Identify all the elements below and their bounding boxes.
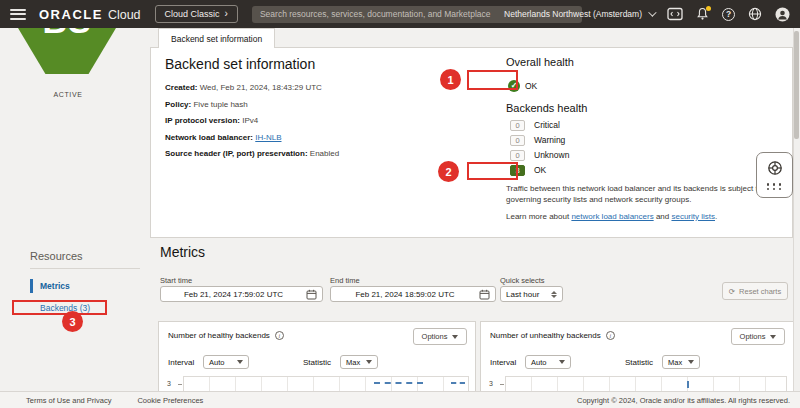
chevron-down-icon: [648, 8, 656, 16]
statistic-value: Max: [346, 358, 361, 367]
brand-cloud: Cloud: [108, 8, 141, 22]
tab-backend-set-information[interactable]: Backend set information: [158, 28, 275, 48]
info-icon[interactable]: i: [275, 331, 284, 340]
field-created-value: Wed, Feb 21, 2024, 18:43:29 UTC: [200, 83, 322, 92]
cloud-classic-button[interactable]: Cloud Classic ›: [155, 5, 238, 23]
interval-dropdown[interactable]: Auto: [525, 355, 571, 369]
backend-set-avatar-hexagon: BS: [18, 28, 116, 74]
y-axis-tick-mark: [500, 384, 504, 385]
cloud-shell-icon[interactable]: [667, 7, 683, 21]
health-row-critical: 0 Critical: [510, 120, 800, 131]
healthy-chart-title-row: Number of healthy backends i: [168, 331, 284, 340]
caret-down-icon: [452, 335, 458, 339]
resources-heading: Resources: [30, 250, 83, 262]
warning-label: Warning: [534, 135, 565, 145]
caret-down-icon: [688, 360, 694, 364]
unhealthy-backends-chart-card: Number of unhealthy backends i Options I…: [480, 321, 794, 401]
drag-handle-dots[interactable]: [767, 183, 783, 190]
info-glyph: i: [609, 333, 611, 339]
caret-down-icon: [237, 360, 243, 364]
healthy-chart-title: Number of healthy backends: [168, 331, 270, 340]
nlb-link[interactable]: IH-NLB: [255, 133, 281, 142]
region-selector[interactable]: Netherlands Northwest (Amsterdam): [504, 9, 654, 19]
learn-prefix: Learn more about: [506, 212, 571, 221]
field-created-label: Created:: [165, 83, 197, 92]
field-policy: Policy: Five tuple hash: [165, 100, 485, 109]
statistic-value: Max: [668, 358, 683, 367]
caret-down-icon: [770, 335, 776, 339]
critical-count: 0: [510, 120, 525, 131]
reset-charts-button[interactable]: ⟳ Reset charts: [722, 282, 788, 300]
resources-divider: [30, 268, 140, 269]
statistic-label: Statistic: [303, 358, 331, 367]
start-time-input[interactable]: Feb 21, 2024 17:59:02 UTC: [160, 286, 323, 302]
statistic-dropdown[interactable]: Max: [340, 355, 378, 369]
calendar-icon[interactable]: [479, 289, 490, 300]
quick-selects-label: Quick selects: [500, 276, 545, 285]
help-glyph: ?: [726, 9, 731, 19]
info-icon[interactable]: i: [606, 331, 615, 340]
language-globe-icon[interactable]: [748, 7, 762, 21]
end-time-label: End time: [330, 276, 360, 285]
annotation-rect-backends-ok: [467, 162, 518, 180]
learn-mid: and: [654, 212, 672, 221]
ok-label: OK: [534, 165, 546, 175]
interval-label: Interval: [168, 358, 194, 367]
interval-dropdown[interactable]: Auto: [203, 355, 249, 369]
cookie-preferences-link[interactable]: Cookie Preferences: [137, 396, 203, 405]
caret-down-icon: [366, 360, 372, 364]
calendar-icon[interactable]: [306, 289, 317, 300]
avatar-initials: BS: [18, 28, 116, 41]
y-axis-tick-mark: [178, 384, 182, 385]
field-created: Created: Wed, Feb 21, 2024, 18:43:29 UTC: [165, 83, 485, 92]
user-avatar[interactable]: [775, 7, 790, 22]
annotation-rect-backends-link: [12, 300, 107, 315]
field-nlb: Network load balancer: IH-NLB: [165, 133, 485, 142]
network-load-balancers-link[interactable]: network load balancers: [571, 212, 653, 221]
warning-count: 0: [510, 135, 525, 146]
learn-more-line: Learn more about network load balancers …: [506, 212, 800, 221]
floating-help-widget: [756, 152, 793, 198]
quick-selects-value: Last hour: [506, 290, 551, 299]
start-time-label: Start time: [160, 276, 192, 285]
annotation-circle-2: 2: [438, 161, 459, 182]
unhealthy-chart-options-button[interactable]: Options: [731, 328, 785, 345]
unhealthy-chart-title: Number of unhealthy backends: [490, 331, 601, 340]
footer-bar: Terms of Use and Privacy Cookie Preferen…: [0, 391, 800, 408]
sidebar-item-metrics-label: Metrics: [40, 281, 70, 291]
end-time-value: Feb 21, 2024 18:59:02 UTC: [331, 290, 479, 299]
caret-down-icon: [559, 360, 565, 364]
oracle-cloud-console: ORACLE Cloud Cloud Classic › Netherlands…: [0, 0, 800, 408]
quick-selects-dropdown[interactable]: Last hour: [500, 286, 563, 302]
notifications-bell-icon[interactable]: [696, 7, 709, 21]
healthy-series-segment: [451, 382, 465, 384]
critical-label: Critical: [534, 120, 560, 130]
hamburger-menu-icon[interactable]: [10, 9, 26, 20]
vertical-scrollbar-thumb[interactable]: [794, 31, 799, 139]
healthy-chart-options-button[interactable]: Options: [413, 328, 467, 345]
annotation-circle-1: 1: [440, 69, 461, 90]
overall-health-status: OK: [525, 81, 537, 91]
oracle-cloud-logo[interactable]: ORACLE Cloud: [39, 7, 141, 22]
active-indicator-bar: [30, 279, 33, 293]
sidebar-item-metrics[interactable]: Metrics: [30, 279, 70, 293]
healthy-backends-chart-card: Number of healthy backends i Options Int…: [158, 321, 476, 401]
statistic-dropdown[interactable]: Max: [662, 355, 700, 369]
security-lists-link[interactable]: security lists: [671, 212, 715, 221]
field-ip-protocol-value: IPv4: [242, 116, 258, 125]
unknown-count: 0: [510, 150, 525, 161]
interval-value: Auto: [531, 358, 554, 367]
interval-label: Interval: [490, 358, 516, 367]
cloud-classic-label: Cloud Classic: [165, 9, 220, 19]
options-label: Options: [422, 332, 448, 341]
terms-link[interactable]: Terms of Use and Privacy: [26, 396, 111, 405]
life-buoy-icon[interactable]: [767, 160, 783, 176]
end-time-input[interactable]: Feb 21, 2024 18:59:02 UTC: [330, 286, 496, 302]
info-glyph: i: [279, 333, 281, 339]
copyright-text: Copyright © 2024, Oracle and/or its affi…: [577, 396, 790, 405]
notification-dot: [706, 6, 711, 11]
annotation-circle-3: 3: [62, 311, 83, 332]
status-badge: ACTIVE: [0, 91, 136, 98]
health-row-warning: 0 Warning: [510, 135, 800, 146]
help-icon[interactable]: ?: [722, 8, 735, 21]
